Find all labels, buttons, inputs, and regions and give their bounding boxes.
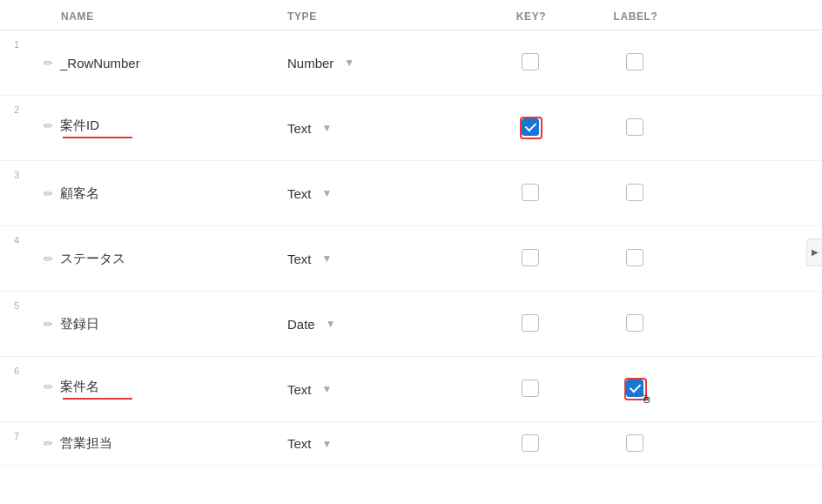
key-checkbox[interactable] bbox=[522, 249, 541, 268]
key-cell[interactable] bbox=[479, 184, 583, 203]
field-name-text: _RowNumber bbox=[60, 56, 140, 71]
label-cell[interactable] bbox=[583, 184, 688, 203]
type-dropdown-arrow[interactable]: ▼ bbox=[322, 122, 333, 134]
header-key: KEY? bbox=[479, 10, 583, 23]
header-name: NAME bbox=[44, 10, 287, 23]
table-row: 6✏案件名Text▼🖱 bbox=[0, 357, 822, 422]
label-cell[interactable] bbox=[583, 314, 688, 333]
edit-icon[interactable]: ✏ bbox=[44, 318, 53, 331]
type-label: Text bbox=[287, 186, 312, 201]
label-checkbox[interactable] bbox=[626, 249, 645, 268]
type-label: Text bbox=[287, 382, 312, 397]
field-name-text: 案件名 bbox=[60, 379, 99, 395]
name-inner: ✏顧客名 bbox=[44, 185, 287, 202]
key-checkbox[interactable] bbox=[522, 184, 541, 203]
edit-icon[interactable]: ✏ bbox=[44, 119, 53, 132]
label-checkbox-unchecked[interactable] bbox=[626, 53, 643, 71]
key-checkbox-unchecked[interactable] bbox=[522, 53, 539, 71]
type-label: Text bbox=[287, 121, 312, 136]
field-name-cell: ✏ステータス bbox=[44, 242, 287, 276]
table-row: 3✏顧客名Text▼ bbox=[0, 161, 822, 226]
key-cell[interactable] bbox=[479, 434, 583, 454]
header-label: LABEL? bbox=[583, 10, 688, 23]
edit-icon[interactable]: ✏ bbox=[44, 187, 53, 200]
key-cell[interactable] bbox=[479, 380, 583, 399]
name-inner: ✏_RowNumber bbox=[44, 56, 287, 71]
label-cell[interactable]: 🖱 bbox=[583, 380, 688, 399]
type-label: Date bbox=[287, 317, 315, 332]
key-checkbox[interactable] bbox=[522, 434, 541, 454]
type-label: Number bbox=[287, 56, 334, 71]
table-row: 4✏ステータスText▼ bbox=[0, 226, 822, 292]
row-number: 6 bbox=[0, 357, 44, 376]
field-name-cell: ✏登録日 bbox=[44, 307, 287, 341]
edit-icon[interactable]: ✏ bbox=[44, 380, 53, 393]
label-checkbox[interactable] bbox=[626, 314, 645, 333]
name-inner: ✏営業担当 bbox=[44, 435, 287, 452]
label-cell[interactable] bbox=[583, 118, 688, 138]
key-checkbox[interactable] bbox=[522, 314, 541, 333]
field-name-text: ステータス bbox=[60, 251, 125, 267]
key-checkbox[interactable] bbox=[522, 53, 541, 72]
label-cell[interactable] bbox=[583, 249, 688, 268]
key-checkbox-unchecked[interactable] bbox=[522, 314, 539, 332]
header-num bbox=[0, 10, 44, 23]
rows-container: 1✏_RowNumberNumber▼2✏案件IDText▼3✏顧客名Text▼… bbox=[0, 30, 822, 466]
row-number: 2 bbox=[0, 96, 44, 115]
label-checkbox-unchecked[interactable] bbox=[626, 118, 643, 136]
type-dropdown-arrow[interactable]: ▼ bbox=[322, 438, 333, 450]
label-cell[interactable] bbox=[583, 434, 688, 454]
type-dropdown-arrow[interactable]: ▼ bbox=[322, 252, 333, 265]
label-cell[interactable] bbox=[583, 53, 688, 72]
label-checkbox[interactable] bbox=[626, 118, 645, 138]
field-name-cell: ✏_RowNumber bbox=[44, 47, 287, 79]
edit-icon[interactable]: ✏ bbox=[44, 57, 53, 70]
name-inner: ✏案件ID bbox=[44, 118, 287, 134]
type-cell: Number▼ bbox=[287, 56, 479, 71]
key-checkbox[interactable] bbox=[522, 380, 541, 399]
key-checkbox-unchecked[interactable] bbox=[522, 380, 539, 397]
key-cell[interactable] bbox=[479, 249, 583, 268]
type-dropdown-arrow[interactable]: ▼ bbox=[344, 57, 354, 69]
label-checkbox[interactable] bbox=[626, 53, 645, 72]
label-checkbox[interactable] bbox=[626, 184, 645, 203]
name-inner: ✏登録日 bbox=[44, 316, 287, 333]
key-cell[interactable] bbox=[479, 118, 583, 138]
row-number: 5 bbox=[0, 292, 44, 311]
edit-icon[interactable]: ✏ bbox=[44, 437, 53, 450]
key-checkbox-unchecked[interactable] bbox=[522, 184, 539, 201]
type-dropdown-arrow[interactable]: ▼ bbox=[322, 187, 333, 199]
key-cell[interactable] bbox=[479, 314, 583, 333]
table-row: 2✏案件IDText▼ bbox=[0, 96, 822, 161]
key-cell[interactable] bbox=[479, 53, 583, 72]
label-checkbox-unchecked[interactable] bbox=[626, 314, 643, 332]
key-checkbox-unchecked[interactable] bbox=[522, 249, 539, 266]
label-checkbox-unchecked[interactable] bbox=[626, 249, 643, 266]
edit-icon[interactable]: ✏ bbox=[44, 252, 53, 265]
main-container: NAME TYPE KEY? LABEL? 1✏_RowNumberNumber… bbox=[0, 0, 822, 504]
table-row: 5✏登録日Date▼ bbox=[0, 292, 822, 357]
table-row: 7✏営業担当Text▼ bbox=[0, 422, 822, 466]
type-cell: Date▼ bbox=[287, 317, 479, 332]
label-checkbox-unchecked[interactable] bbox=[626, 184, 643, 201]
key-checkbox-checked[interactable] bbox=[522, 118, 539, 136]
type-label: Text bbox=[287, 252, 312, 266]
field-name-text: 案件ID bbox=[60, 118, 99, 134]
field-name-cell: ✏営業担当 bbox=[44, 427, 287, 460]
field-name-text: 営業担当 bbox=[60, 435, 112, 452]
key-checkbox[interactable] bbox=[522, 118, 541, 138]
type-cell: Text▼ bbox=[287, 186, 479, 201]
field-name-text: 顧客名 bbox=[60, 185, 99, 202]
row-number: 7 bbox=[0, 422, 44, 441]
header-type: TYPE bbox=[287, 10, 479, 23]
type-dropdown-arrow[interactable]: ▼ bbox=[326, 318, 336, 330]
type-dropdown-arrow[interactable]: ▼ bbox=[322, 383, 333, 395]
label-checkbox[interactable]: 🖱 bbox=[626, 380, 645, 399]
field-underline bbox=[63, 398, 132, 400]
field-name-cell: ✏案件ID bbox=[44, 109, 287, 147]
label-checkbox-unchecked[interactable] bbox=[626, 434, 643, 452]
key-checkbox-unchecked[interactable] bbox=[522, 434, 539, 452]
right-expand-arrow[interactable]: ▶ bbox=[806, 239, 822, 266]
row-number: 3 bbox=[0, 161, 44, 180]
label-checkbox[interactable] bbox=[626, 434, 645, 454]
